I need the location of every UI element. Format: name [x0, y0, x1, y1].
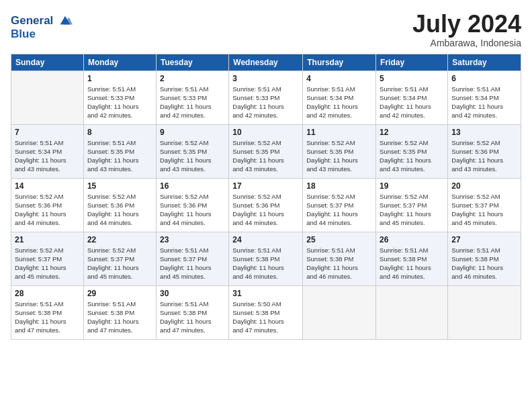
day-info: Sunrise: 5:52 AM Sunset: 5:35 PM Dayligh… [306, 138, 372, 174]
day-number: 1 [87, 74, 152, 83]
calendar-cell: 7Sunrise: 5:51 AM Sunset: 5:34 PM Daylig… [11, 124, 84, 178]
day-info: Sunrise: 5:51 AM Sunset: 5:33 PM Dayligh… [232, 85, 299, 120]
day-info: Sunrise: 5:52 AM Sunset: 5:37 PM Dayligh… [380, 192, 444, 228]
day-number: 15 [87, 181, 152, 191]
day-info: Sunrise: 5:51 AM Sunset: 5:37 PM Dayligh… [160, 246, 225, 281]
day-info: Sunrise: 5:52 AM Sunset: 5:36 PM Dayligh… [87, 192, 152, 228]
calendar-cell [11, 71, 84, 124]
calendar-cell: 13Sunrise: 5:52 AM Sunset: 5:36 PM Dayli… [448, 124, 521, 178]
calendar-cell: 17Sunrise: 5:52 AM Sunset: 5:36 PM Dayli… [229, 178, 303, 232]
day-info: Sunrise: 5:51 AM Sunset: 5:38 PM Dayligh… [380, 246, 444, 281]
day-number: 9 [160, 128, 225, 137]
day-info: Sunrise: 5:52 AM Sunset: 5:37 PM Dayligh… [451, 192, 517, 228]
calendar-cell: 23Sunrise: 5:51 AM Sunset: 5:37 PM Dayli… [156, 232, 228, 285]
calendar-cell: 29Sunrise: 5:51 AM Sunset: 5:38 PM Dayli… [83, 285, 156, 339]
day-number: 18 [306, 181, 372, 191]
day-number: 3 [232, 74, 299, 83]
day-number: 30 [160, 289, 225, 298]
header-cell-thursday: Thursday [303, 54, 376, 71]
day-number: 5 [380, 74, 444, 83]
day-info: Sunrise: 5:51 AM Sunset: 5:38 PM Dayligh… [232, 246, 299, 281]
day-info: Sunrise: 5:50 AM Sunset: 5:38 PM Dayligh… [232, 300, 299, 335]
calendar-cell: 25Sunrise: 5:51 AM Sunset: 5:38 PM Dayli… [303, 232, 376, 285]
day-number: 2 [160, 74, 225, 83]
day-info: Sunrise: 5:52 AM Sunset: 5:37 PM Dayligh… [306, 192, 372, 228]
day-number: 11 [306, 128, 372, 137]
calendar-cell: 14Sunrise: 5:52 AM Sunset: 5:36 PM Dayli… [11, 178, 84, 232]
day-number: 23 [160, 235, 225, 244]
header-cell-monday: Monday [83, 54, 156, 71]
calendar-cell: 12Sunrise: 5:52 AM Sunset: 5:35 PM Dayli… [376, 124, 448, 178]
page-container: General Blue July 2024 Ambarawa, Indones… [0, 0, 532, 345]
calendar-cell: 21Sunrise: 5:52 AM Sunset: 5:37 PM Dayli… [11, 232, 84, 285]
header-cell-sunday: Sunday [11, 54, 84, 71]
day-number: 28 [15, 289, 80, 298]
calendar-cell: 31Sunrise: 5:50 AM Sunset: 5:38 PM Dayli… [229, 285, 303, 339]
header-row: General Blue July 2024 Ambarawa, Indones… [11, 11, 521, 48]
day-number: 24 [232, 235, 299, 244]
day-info: Sunrise: 5:51 AM Sunset: 5:34 PM Dayligh… [451, 85, 517, 120]
day-info: Sunrise: 5:51 AM Sunset: 5:34 PM Dayligh… [306, 85, 372, 120]
day-info: Sunrise: 5:52 AM Sunset: 5:35 PM Dayligh… [232, 138, 299, 174]
month-title: July 2024 [412, 11, 521, 38]
calendar-table: SundayMondayTuesdayWednesdayThursdayFrid… [11, 54, 521, 340]
calendar-week-row: 28Sunrise: 5:51 AM Sunset: 5:38 PM Dayli… [11, 285, 521, 339]
calendar-cell: 27Sunrise: 5:51 AM Sunset: 5:38 PM Dayli… [448, 232, 521, 285]
header-cell-wednesday: Wednesday [229, 54, 303, 71]
day-number: 22 [87, 235, 152, 244]
day-info: Sunrise: 5:51 AM Sunset: 5:35 PM Dayligh… [87, 138, 152, 174]
calendar-cell: 3Sunrise: 5:51 AM Sunset: 5:33 PM Daylig… [229, 71, 303, 124]
calendar-cell: 30Sunrise: 5:51 AM Sunset: 5:38 PM Dayli… [156, 285, 228, 339]
calendar-cell [448, 285, 521, 339]
calendar-cell: 20Sunrise: 5:52 AM Sunset: 5:37 PM Dayli… [448, 178, 521, 232]
day-number: 25 [306, 235, 372, 244]
header-cell-tuesday: Tuesday [156, 54, 228, 71]
day-number: 19 [380, 181, 444, 191]
logo: General Blue [11, 13, 73, 40]
calendar-cell: 6Sunrise: 5:51 AM Sunset: 5:34 PM Daylig… [448, 71, 521, 124]
day-info: Sunrise: 5:51 AM Sunset: 5:34 PM Dayligh… [380, 85, 444, 120]
calendar-cell [303, 285, 376, 339]
day-number: 10 [232, 128, 299, 137]
calendar-cell: 11Sunrise: 5:52 AM Sunset: 5:35 PM Dayli… [303, 124, 376, 178]
calendar-cell: 28Sunrise: 5:51 AM Sunset: 5:38 PM Dayli… [11, 285, 84, 339]
calendar-cell: 10Sunrise: 5:52 AM Sunset: 5:35 PM Dayli… [229, 124, 303, 178]
day-info: Sunrise: 5:51 AM Sunset: 5:38 PM Dayligh… [160, 300, 225, 335]
calendar-body: 1Sunrise: 5:51 AM Sunset: 5:33 PM Daylig… [11, 71, 521, 339]
calendar-cell: 9Sunrise: 5:52 AM Sunset: 5:35 PM Daylig… [156, 124, 228, 178]
day-info: Sunrise: 5:51 AM Sunset: 5:33 PM Dayligh… [160, 85, 225, 120]
calendar-cell: 24Sunrise: 5:51 AM Sunset: 5:38 PM Dayli… [229, 232, 303, 285]
calendar-cell: 8Sunrise: 5:51 AM Sunset: 5:35 PM Daylig… [83, 124, 156, 178]
day-number: 4 [306, 74, 372, 83]
calendar-week-row: 1Sunrise: 5:51 AM Sunset: 5:33 PM Daylig… [11, 71, 521, 124]
day-number: 8 [87, 128, 152, 137]
calendar-cell [376, 285, 448, 339]
day-number: 26 [380, 235, 444, 244]
day-info: Sunrise: 5:51 AM Sunset: 5:38 PM Dayligh… [87, 300, 152, 335]
day-number: 12 [380, 128, 444, 137]
logo-text: General [11, 13, 73, 28]
calendar-cell: 15Sunrise: 5:52 AM Sunset: 5:36 PM Dayli… [83, 178, 156, 232]
day-info: Sunrise: 5:52 AM Sunset: 5:35 PM Dayligh… [380, 138, 444, 174]
day-info: Sunrise: 5:52 AM Sunset: 5:35 PM Dayligh… [160, 138, 225, 174]
calendar-cell: 19Sunrise: 5:52 AM Sunset: 5:37 PM Dayli… [376, 178, 448, 232]
header-cell-friday: Friday [376, 54, 448, 71]
day-number: 16 [160, 181, 225, 191]
day-number: 13 [451, 128, 517, 137]
day-info: Sunrise: 5:51 AM Sunset: 5:38 PM Dayligh… [306, 246, 372, 281]
day-number: 31 [232, 289, 299, 298]
day-info: Sunrise: 5:51 AM Sunset: 5:34 PM Dayligh… [15, 138, 80, 174]
day-number: 21 [15, 235, 80, 244]
day-number: 29 [87, 289, 152, 298]
title-block: July 2024 Ambarawa, Indonesia [412, 11, 521, 48]
calendar-cell: 2Sunrise: 5:51 AM Sunset: 5:33 PM Daylig… [156, 71, 228, 124]
calendar-week-row: 7Sunrise: 5:51 AM Sunset: 5:34 PM Daylig… [11, 124, 521, 178]
logo-icon [58, 13, 73, 28]
calendar-cell: 4Sunrise: 5:51 AM Sunset: 5:34 PM Daylig… [303, 71, 376, 124]
day-number: 6 [451, 74, 517, 83]
day-number: 17 [232, 181, 299, 191]
calendar-cell: 18Sunrise: 5:52 AM Sunset: 5:37 PM Dayli… [303, 178, 376, 232]
header-cell-saturday: Saturday [448, 54, 521, 71]
day-info: Sunrise: 5:52 AM Sunset: 5:36 PM Dayligh… [232, 192, 299, 228]
calendar-cell: 5Sunrise: 5:51 AM Sunset: 5:34 PM Daylig… [376, 71, 448, 124]
